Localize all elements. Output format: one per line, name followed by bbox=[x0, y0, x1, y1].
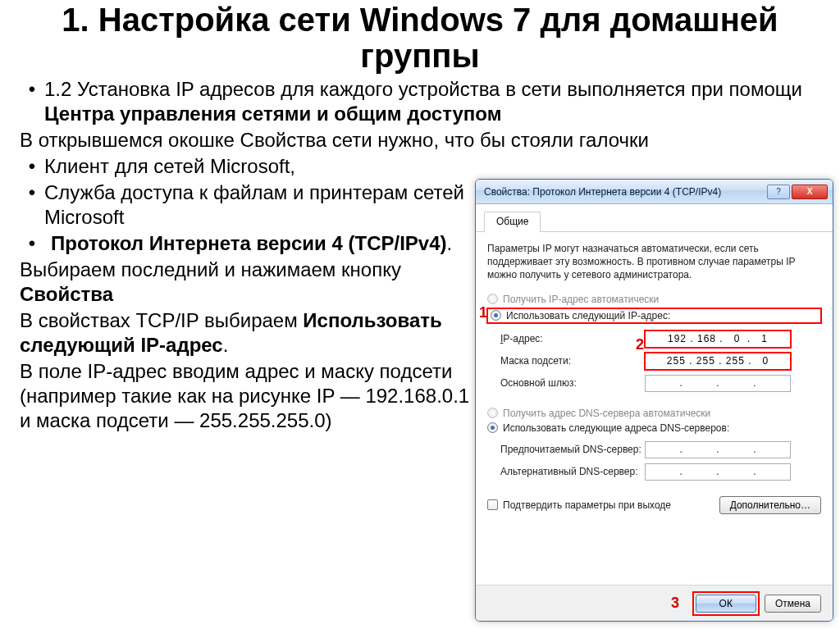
callout-2: 2 bbox=[636, 336, 644, 353]
callout-3: 3 bbox=[671, 595, 679, 612]
radio-label: Использовать следующие адреса DNS-сервер… bbox=[503, 422, 729, 434]
paragraph: В поле IP-адрес вводим адрес и маску под… bbox=[20, 359, 475, 433]
paragraph: Выбираем последний и нажимаем кнопку Сво… bbox=[20, 258, 475, 307]
tab-general[interactable]: Общие bbox=[484, 212, 541, 232]
checkbox-icon bbox=[487, 499, 498, 510]
field-label: Предпочитаемый DNS-сервер: bbox=[487, 444, 645, 455]
page-title: 1. Настройка сети Windows 7 для домашней… bbox=[0, 0, 840, 77]
field-label: Основной шлюз: bbox=[487, 377, 645, 389]
ok-button[interactable]: ОК bbox=[696, 595, 756, 613]
dialog-title: Свойства: Протокол Интернета версии 4 (T… bbox=[484, 186, 765, 198]
ipv4-properties-dialog: Свойства: Протокол Интернета версии 4 (T… bbox=[475, 179, 833, 622]
advanced-button[interactable]: Дополнительно… bbox=[719, 496, 821, 514]
field-label: Альтернативный DNS-сервер: bbox=[487, 466, 645, 477]
preferred-dns-input[interactable]: ... bbox=[645, 441, 791, 458]
bullet-dot: • bbox=[20, 180, 44, 230]
field-label: IIP-адрес:P-адрес: bbox=[487, 333, 645, 344]
text: Клиент для сетей Microsoft, bbox=[44, 154, 295, 179]
ok-highlight: ОК bbox=[694, 593, 758, 614]
bold-text: Протокол Интернета версии 4 (TCP/IPv4) bbox=[51, 232, 447, 254]
text: 1.2 Установка IP адресов для каждого уст… bbox=[44, 78, 802, 100]
help-button[interactable]: ? bbox=[767, 185, 790, 199]
bold-text: Центра управления сетями и общим доступо… bbox=[44, 103, 501, 125]
radio-label: Получить IP-адрес автоматически bbox=[503, 294, 659, 305]
field-row-mask: Маска подсети: bbox=[487, 350, 821, 372]
paragraph: В открывшемся окошке Свойства сети нужно… bbox=[20, 128, 820, 153]
text: . bbox=[223, 334, 229, 356]
dialog-footer: ОК Отмена bbox=[476, 585, 833, 621]
confirm-on-exit-checkbox[interactable]: Подтвердить параметры при выходе bbox=[487, 499, 671, 511]
field-row-ip: IIP-адрес:P-адрес: bbox=[487, 328, 821, 350]
field-row-dns2: Альтернативный DNS-сервер: ... bbox=[487, 461, 821, 483]
field-label: Маска подсети: bbox=[487, 355, 645, 367]
radio-manual-dns[interactable]: Использовать следующие адреса DNS-сервер… bbox=[487, 422, 821, 434]
bullet-dot: • bbox=[20, 77, 44, 126]
bullet-dot: • bbox=[20, 231, 44, 256]
text: Выбираем последний и нажимаем кнопку bbox=[20, 258, 401, 280]
bullet-item: • Служба доступа к файлам и принтерам се… bbox=[20, 180, 475, 230]
radio-icon bbox=[487, 422, 498, 433]
text: В свойствах TCP/IP выбираем bbox=[20, 309, 303, 331]
field-row-gateway: Основной шлюз: ... bbox=[487, 372, 821, 394]
radio-label: Получить адрес DNS-сервера автоматически bbox=[503, 408, 710, 419]
tab-panel: Параметры IP могут назначаться автоматич… bbox=[476, 232, 833, 524]
field-row-dns1: Предпочитаемый DNS-сервер: ... bbox=[487, 439, 821, 461]
radio-auto-dns[interactable]: Получить адрес DNS-сервера автоматически bbox=[487, 408, 821, 419]
bullet-item: • Клиент для сетей Microsoft, bbox=[20, 154, 820, 179]
bold-text: Свойства bbox=[20, 283, 113, 305]
description-text: Параметры IP могут назначаться автоматич… bbox=[487, 242, 821, 282]
gateway-input[interactable]: ... bbox=[645, 375, 791, 392]
radio-icon bbox=[487, 294, 498, 304]
radio-auto-ip[interactable]: Получить IP-адрес автоматически bbox=[487, 294, 821, 305]
paragraph: В свойствах TCP/IP выбираем Использовать… bbox=[20, 308, 475, 358]
text: . bbox=[447, 232, 453, 254]
cancel-button[interactable]: Отмена bbox=[765, 595, 821, 613]
radio-manual-ip[interactable]: Использовать следующий IP-адрес: bbox=[487, 308, 821, 323]
text: Служба доступа к файлам и принтерам сете… bbox=[44, 180, 475, 230]
radio-icon bbox=[491, 310, 501, 321]
checkbox-label: Подтвердить параметры при выходе bbox=[503, 499, 671, 511]
subnet-mask-input[interactable] bbox=[645, 353, 791, 370]
tab-strip: Общие bbox=[476, 204, 833, 232]
radio-icon bbox=[487, 408, 498, 418]
bullet-dot: • bbox=[20, 154, 44, 179]
ip-address-input[interactable] bbox=[645, 330, 791, 348]
radio-label: Использовать следующий IP-адрес: bbox=[506, 310, 670, 321]
callout-1: 1 bbox=[479, 304, 487, 321]
close-button[interactable]: X bbox=[792, 185, 828, 199]
alternate-dns-input[interactable]: ... bbox=[645, 463, 791, 481]
bullet-item: • Протокол Интернета версии 4 (TCP/IPv4)… bbox=[20, 231, 475, 256]
dialog-titlebar[interactable]: Свойства: Протокол Интернета версии 4 (T… bbox=[476, 180, 833, 204]
bullet-item: • 1.2 Установка IP адресов для каждого у… bbox=[20, 77, 820, 126]
